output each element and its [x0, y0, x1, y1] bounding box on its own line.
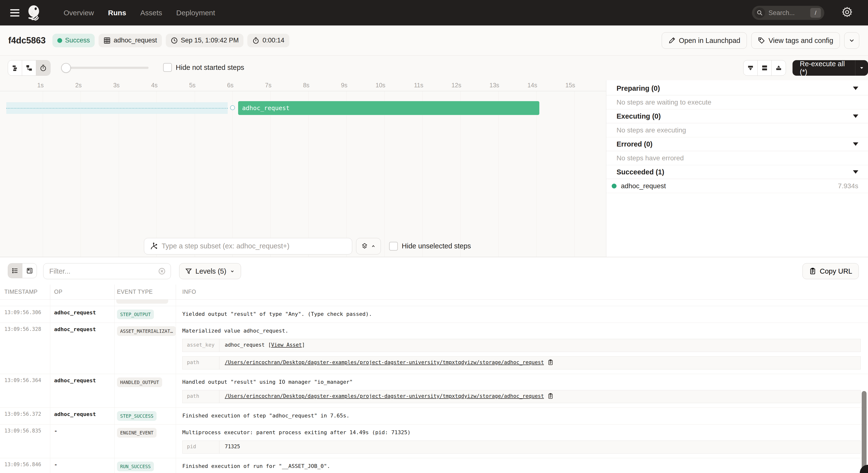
checkbox-icon[interactable] — [389, 242, 398, 250]
gear-icon[interactable] — [841, 6, 853, 18]
stopwatch-icon — [252, 37, 259, 44]
nav-item-runs[interactable]: Runs — [108, 9, 126, 17]
caret-down-icon[interactable] — [853, 114, 858, 118]
reexecute-all-button[interactable]: Re-execute all (*) — [793, 60, 868, 76]
event-type-badge: STEP_SUCCESS — [117, 411, 157, 421]
metadata-value-text: 71325 — [225, 444, 240, 449]
list-view-button[interactable] — [8, 263, 22, 278]
nav-item-overview[interactable]: Overview — [64, 9, 94, 17]
hide-unselected-checkbox[interactable]: Hide unselected steps — [389, 242, 471, 250]
metadata-asset-link[interactable]: [View Asset] — [268, 342, 305, 348]
log-row[interactable]: 13:09:56.306adhoc_requestSTEP_OUTPUTYiel… — [0, 306, 868, 323]
open-in-launchpad-button[interactable]: Open in Launchpad — [662, 32, 747, 49]
search-input[interactable]: Search... / — [752, 6, 824, 20]
metadata-box: path/Users/erincochran/Desktop/dagster-e… — [182, 356, 861, 369]
log-event-type-cell: RUN_SUCCESS — [115, 458, 176, 473]
timeline-tick: 3s — [113, 82, 119, 89]
timeline-tick: 4s — [151, 82, 158, 89]
gantt-zoom-slider[interactable] — [61, 60, 151, 75]
log-op: adhoc_request — [50, 323, 115, 374]
log-table: TIMESTAMPOPEVENT TYPEINFO 13:09:56.306ad… — [0, 284, 868, 473]
panel-section-executing[interactable]: Executing (0) — [606, 109, 868, 123]
panel-empty-text: No steps are executing — [606, 123, 868, 137]
log-op: adhoc_request — [50, 306, 115, 323]
hide-not-started-checkbox[interactable]: Hide not started steps — [163, 63, 244, 72]
gantt-toolbar: Hide not started steps Re-execute all (*… — [0, 56, 868, 80]
panel-section-succeeded[interactable]: Succeeded (1) — [606, 165, 868, 179]
caret-down-icon[interactable] — [853, 170, 858, 174]
checkbox-icon[interactable] — [163, 63, 172, 72]
layers-icon — [361, 243, 368, 250]
log-row[interactable]: 13:09:56.364adhoc_requestHANDLED_OUTPUTH… — [0, 374, 868, 408]
caret-down-icon[interactable] — [853, 87, 858, 90]
slider-knob[interactable] — [61, 63, 71, 73]
log-event-type-cell: ASSET_MATERIALIZAT… — [115, 323, 176, 374]
log-row[interactable]: 13:09:56.835-ENGINE_EVENTMultiprocess ex… — [0, 425, 868, 458]
split-view-button[interactable] — [757, 60, 772, 75]
step-subset-input[interactable]: Type a step subset (ex: adhoc_request+) — [144, 238, 352, 255]
step-bar-adhoc-request[interactable]: adhoc_request — [238, 101, 539, 115]
event-type-badge: HANDLED_OUTPUT — [117, 377, 162, 387]
gantt-gridline — [384, 91, 385, 257]
log-info-cell: Multiprocess executor: parent process ex… — [176, 425, 868, 458]
view-tags-config-button[interactable]: View tags and config — [751, 32, 840, 49]
chevron-down-icon — [229, 269, 235, 274]
scrollbar-thumb[interactable] — [862, 391, 867, 472]
flat-view-button[interactable] — [8, 60, 22, 75]
panel-layout-segmented — [743, 60, 786, 76]
clear-filter-icon[interactable] — [158, 267, 166, 275]
panel-section-errored[interactable]: Errored (0) — [606, 137, 868, 151]
timeline-tick: 9s — [341, 82, 347, 89]
panel-step-row[interactable]: adhoc_request7.934s — [606, 179, 868, 193]
log-info-text: Multiprocess executor: parent process ex… — [182, 428, 868, 436]
log-row[interactable]: 13:09:56.372adhoc_requestSTEP_SUCCESSFin… — [0, 408, 868, 425]
nav-item-deployment[interactable]: Deployment — [176, 9, 215, 17]
panel-empty-text: No steps have errored — [606, 151, 868, 165]
timed-view-button[interactable] — [36, 60, 50, 75]
start-time-pill: Sep 15, 1:09:42 PM — [166, 34, 244, 47]
levels-filter-button[interactable]: Levels (5) — [179, 263, 241, 279]
timeline-tick: 6s — [227, 82, 234, 89]
log-info-cell: Yielded output "result" of type "Any". (… — [176, 306, 868, 323]
timeline-tick: 11s — [414, 82, 423, 89]
copy-path-icon[interactable] — [547, 393, 554, 400]
log-event-type-cell: ENGINE_EVENT — [115, 425, 176, 458]
collapse-up-button[interactable] — [772, 60, 786, 75]
caret-up-icon — [371, 243, 376, 249]
view-asset-link[interactable]: View Asset — [271, 342, 302, 348]
panel-section-preparing[interactable]: Preparing (0) — [606, 81, 868, 95]
metadata-path-link[interactable]: /Users/erincochran/Desktop/dagster-examp… — [225, 393, 544, 399]
waterfall-view-button[interactable] — [22, 60, 36, 75]
caret-down-icon[interactable] — [853, 142, 858, 146]
op-selector-icon — [150, 242, 158, 250]
graph-query-toggle-button[interactable] — [356, 238, 381, 255]
event-type-badge: STEP_OUTPUT — [117, 309, 154, 319]
timeline-tick: 10s — [375, 82, 385, 89]
more-actions-button[interactable] — [844, 32, 859, 49]
dagster-logo-icon[interactable] — [26, 5, 42, 21]
log-filter-input[interactable]: Filter... — [43, 263, 171, 279]
timeline-tick: 12s — [452, 82, 461, 89]
job-pill[interactable]: adhoc_request — [98, 34, 162, 47]
copy-path-icon[interactable] — [547, 360, 554, 366]
slider-track — [64, 67, 149, 69]
clock-icon — [170, 37, 178, 44]
main-nav: OverviewRunsAssetsDeployment — [64, 9, 215, 17]
reexecute-dropdown-button[interactable] — [855, 60, 868, 76]
log-info-text: Finished execution of step "adhoc_reques… — [182, 411, 868, 419]
copy-url-button[interactable]: Copy URL — [803, 263, 859, 279]
nav-item-assets[interactable]: Assets — [140, 9, 162, 17]
log-row[interactable]: 13:09:56.846-RUN_SUCCESSFinished executi… — [0, 458, 868, 473]
structured-view-button[interactable] — [22, 263, 37, 278]
gantt-gridline — [346, 91, 347, 257]
run-header: f4dc5863 Success adhoc_request Sep 15, 1… — [0, 26, 868, 56]
collapse-down-button[interactable] — [743, 60, 757, 75]
gantt-gridline — [498, 91, 499, 257]
column-header-event-type: EVENT TYPE — [115, 284, 176, 299]
metadata-path-link[interactable]: /Users/erincochran/Desktop/dagster-examp… — [225, 360, 544, 365]
cutoff-badge — [116, 300, 168, 304]
timeline-tick: 2s — [75, 82, 82, 89]
log-row[interactable]: 13:09:56.328adhoc_requestASSET_MATERIALI… — [0, 323, 868, 374]
tag-icon — [758, 37, 765, 44]
menu-icon[interactable] — [10, 9, 20, 16]
